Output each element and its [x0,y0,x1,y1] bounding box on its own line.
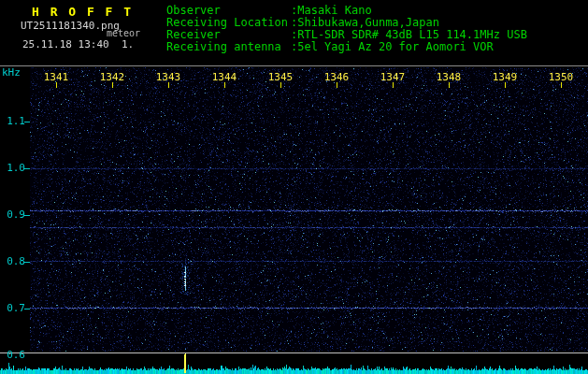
info-value: :Masaki Kano [291,4,372,17]
freq-tick-label: 1.1 [1,115,25,127]
spectrogram-canvas [0,0,588,374]
time-tick-label: 1348 [437,71,462,83]
info-value: :5el Yagi Az 20 for Aomori VOR [291,40,494,53]
time-tick-label: 1347 [380,71,406,83]
info-value: :Shibukawa,Gunma,Japan [291,16,439,29]
time-tick-label: 1343 [156,71,181,83]
time-tick-label: 1342 [100,71,125,83]
freq-tick-label: 0.7 [1,302,25,314]
freq-tick-label: 0.8 [1,255,25,267]
station-info-block: Observer:Masaki KanoReceiving Location:S… [166,5,527,53]
filename-text: UT2511181340.png [21,20,120,32]
time-tick-label: 1341 [44,71,69,83]
mode-label: meteor [107,28,140,38]
time-tick-label: 1344 [212,71,237,83]
app-title: H R O F F T [32,5,133,19]
y-axis-unit-label: kHz [2,66,21,79]
time-tick-label: 1345 [268,71,294,83]
info-label: Receiving antenna [166,41,291,53]
freq-tick-label: 1.0 [1,162,25,174]
freq-tick-label: 0.6 [1,349,25,361]
info-row: Receiving antenna:5el Yagi Az 20 for Aom… [166,41,527,53]
freq-tick-label: 0.9 [1,209,25,221]
datetime-text: 25.11.18 13:40 [22,38,109,50]
time-tick-label: 1350 [549,71,574,83]
time-tick-label: 1349 [493,71,518,83]
time-tick-label: 1346 [324,71,350,83]
hrofft-screen: H R O F F T UT2511181340.png meteor 25.1… [0,0,588,374]
sequence-number: 1. [122,38,134,50]
info-value: :RTL-SDR SDR# 43dB L15 114.1MHz USB [291,28,527,41]
